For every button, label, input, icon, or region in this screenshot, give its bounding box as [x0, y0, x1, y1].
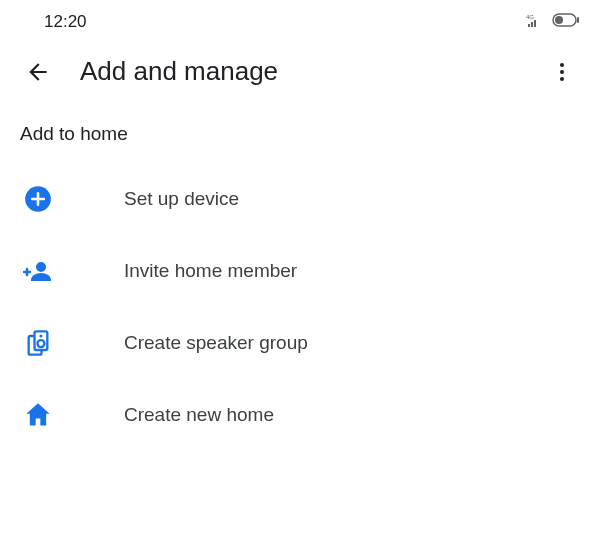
menu-item-label: Invite home member: [124, 260, 297, 282]
menu-item-speaker-group[interactable]: Create speaker group: [0, 307, 600, 379]
menu-item-label: Create speaker group: [124, 332, 308, 354]
svg-text:4G: 4G: [526, 14, 534, 20]
plus-circle-icon: [22, 183, 54, 215]
section-header: Add to home: [0, 107, 600, 163]
app-header: Add and manage: [0, 44, 600, 107]
menu-item-label: Set up device: [124, 188, 239, 210]
speaker-group-icon: [22, 327, 54, 359]
home-icon: [22, 399, 54, 431]
arrow-left-icon: [25, 59, 51, 85]
menu-item-setup-device[interactable]: Set up device: [0, 163, 600, 235]
svg-point-7: [560, 63, 564, 67]
status-bar: 12:20 4G: [0, 0, 600, 44]
svg-rect-5: [577, 17, 579, 23]
menu-item-invite-member[interactable]: Invite home member: [0, 235, 600, 307]
more-options-button[interactable]: [548, 58, 576, 86]
menu-list: Set up device Invite home member Create …: [0, 163, 600, 451]
svg-rect-2: [531, 22, 533, 27]
svg-point-11: [36, 262, 46, 272]
svg-point-9: [560, 77, 564, 81]
back-button[interactable]: [24, 58, 52, 86]
network-indicator: 4G: [526, 13, 546, 31]
svg-point-14: [39, 334, 42, 337]
svg-rect-3: [534, 20, 536, 27]
person-add-icon: [22, 255, 54, 287]
page-title: Add and manage: [80, 56, 548, 87]
menu-item-create-home[interactable]: Create new home: [0, 379, 600, 451]
svg-rect-6: [555, 16, 563, 24]
svg-rect-1: [528, 24, 530, 27]
status-indicators: 4G: [526, 13, 580, 31]
status-time: 12:20: [44, 12, 87, 32]
menu-item-label: Create new home: [124, 404, 274, 426]
more-vert-icon: [550, 60, 574, 84]
battery-icon: [552, 13, 580, 31]
svg-point-8: [560, 70, 564, 74]
